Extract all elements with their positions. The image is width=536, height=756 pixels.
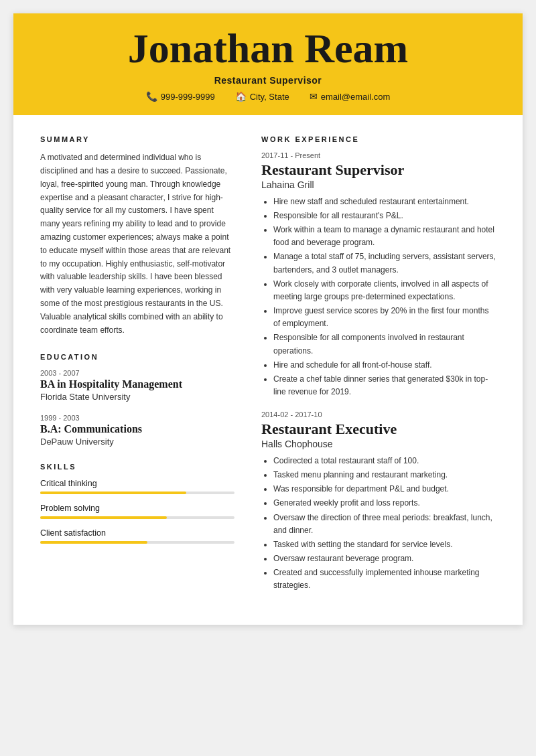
phone-contact: 📞 999-999-9999 xyxy=(146,91,215,102)
bullet-1-0: Codirected a total restaurant staff of 1… xyxy=(273,455,496,467)
location-text: City, State xyxy=(250,92,289,102)
bullet-1-1: Tasked menu planning and restaurant mark… xyxy=(273,469,496,481)
location-icon: 🏠 xyxy=(235,91,247,102)
edu-dates-2: 1999 - 2003 xyxy=(40,414,234,422)
bullet-0-7: Hire and schedule for all front-of-house… xyxy=(273,359,496,372)
summary-text: A motivated and determined individual wh… xyxy=(40,151,234,337)
skill-item-1: Problem solving xyxy=(40,504,234,519)
edu-dates-1: 2003 - 2007 xyxy=(40,369,234,377)
bullet-1-4: Oversaw the direction of three meal peri… xyxy=(273,512,496,537)
email-icon: ✉ xyxy=(310,91,318,102)
skill-name-1: Problem solving xyxy=(40,504,234,513)
phone-icon: 📞 xyxy=(146,91,157,102)
email-text: email@email.com xyxy=(321,92,391,102)
edu-school-2: DePauw University xyxy=(40,437,234,447)
job-title: Restaurant Supervisor xyxy=(40,75,496,86)
work-company-0: Lahaina Grill xyxy=(261,179,496,190)
location-contact: 🏠 City, State xyxy=(235,91,289,102)
work-company-1: Halls Chophouse xyxy=(261,439,496,449)
skill-bar-fill-0 xyxy=(40,492,186,494)
work-experience-label: WORK EXPERIENCE xyxy=(261,135,496,143)
bullet-1-5: Tasked with setting the standard for ser… xyxy=(273,538,496,551)
bullet-1-7: Created and successfully implemented inh… xyxy=(273,566,496,592)
work-dates-0: 2017-11 - Present xyxy=(261,151,496,159)
bullet-0-6: Responsible for all components involved … xyxy=(273,331,496,357)
skill-bar-bg-1 xyxy=(40,516,234,519)
candidate-name: Jonathan Ream xyxy=(40,25,496,71)
skill-item-2: Client satisfaction xyxy=(40,528,234,544)
edu-item-1: 2003 - 2007 BA in Hospitality Management… xyxy=(40,369,234,402)
skill-item-0: Critical thinking xyxy=(40,479,234,494)
skill-bar-fill-2 xyxy=(40,541,147,544)
work-bullets-1: Codirected a total restaurant staff of 1… xyxy=(261,455,496,593)
resume-container: Jonathan Ream Restaurant Supervisor 📞 99… xyxy=(13,13,523,625)
bullet-0-2: Work within a team to manage a dynamic r… xyxy=(273,224,496,249)
skill-bar-bg-2 xyxy=(40,541,234,544)
edu-degree-2: B.A: Communications xyxy=(40,423,234,435)
bullet-0-3: Manage a total staff of 75, including se… xyxy=(273,250,496,276)
bullet-0-1: Responsible for all restaurant's P&L. xyxy=(273,210,496,222)
bullet-1-3: Generated weekly profit and loss reports… xyxy=(273,497,496,510)
work-bullets-0: Hire new staff and scheduled restaurant … xyxy=(261,196,496,399)
edu-degree-1: BA in Hospitality Management xyxy=(40,378,234,390)
left-column: SUMMARY A motivated and determined indiv… xyxy=(40,135,234,604)
bullet-0-5: Improve guest service scores by 20% in t… xyxy=(273,305,496,330)
skills-label: SKILLS xyxy=(40,463,234,471)
skill-name-0: Critical thinking xyxy=(40,479,234,488)
education-label: EDUCATION xyxy=(40,353,234,361)
skill-bar-bg-0 xyxy=(40,492,234,494)
bullet-1-2: Was responsible for department P&L and b… xyxy=(273,483,496,496)
email-contact: ✉ email@email.com xyxy=(310,91,391,102)
right-column: WORK EXPERIENCE 2017-11 - Present Restau… xyxy=(261,135,496,604)
phone-number: 999-999-9999 xyxy=(161,92,215,102)
bullet-0-4: Work closely with corporate clients, inv… xyxy=(273,278,496,303)
skill-name-2: Client satisfaction xyxy=(40,528,234,538)
work-title-1: Restaurant Executive xyxy=(261,421,496,438)
work-dates-1: 2014-02 - 2017-10 xyxy=(261,410,496,419)
bullet-1-6: Oversaw restaurant beverage program. xyxy=(273,552,496,565)
work-item-0: 2017-11 - Present Restaurant Supervisor … xyxy=(261,151,496,398)
header-section: Jonathan Ream Restaurant Supervisor 📞 99… xyxy=(13,13,523,115)
summary-label: SUMMARY xyxy=(40,135,234,143)
contact-row: 📞 999-999-9999 🏠 City, State ✉ email@ema… xyxy=(40,91,496,102)
bullet-0-0: Hire new staff and scheduled restaurant … xyxy=(273,196,496,208)
bullet-0-8: Create a chef table dinner series that g… xyxy=(273,373,496,398)
edu-item-2: 1999 - 2003 B.A: Communications DePauw U… xyxy=(40,414,234,447)
work-title-0: Restaurant Supervisor xyxy=(261,161,496,179)
body-section: SUMMARY A motivated and determined indiv… xyxy=(13,115,523,624)
skill-bar-fill-1 xyxy=(40,516,167,519)
edu-school-1: Florida State University xyxy=(40,392,234,402)
work-item-1: 2014-02 - 2017-10 Restaurant Executive H… xyxy=(261,410,496,592)
